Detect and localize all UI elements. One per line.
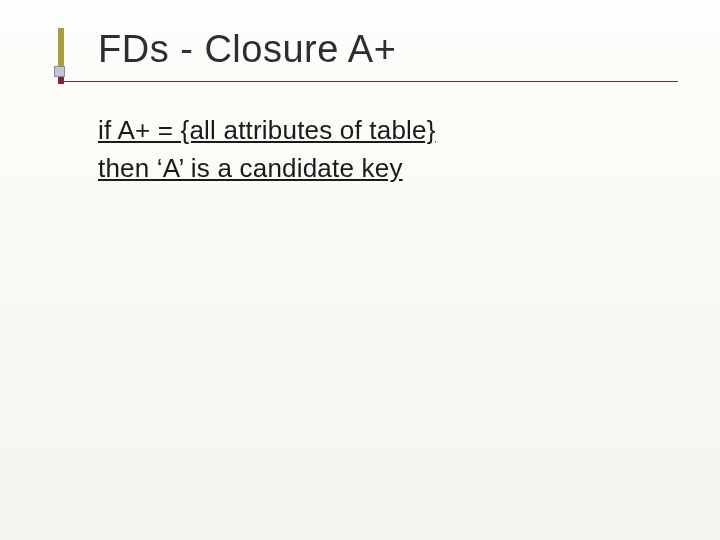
slide-body: if A+ = {all attributes of table} then ‘… — [98, 112, 720, 187]
body-line-2: then ‘A’ is a candidate key — [98, 150, 720, 188]
slide: FDs - Closure A+ if A+ = {all attributes… — [0, 0, 720, 540]
body-line-1: if A+ = {all attributes of table} — [98, 112, 720, 150]
title-block: FDs - Closure A+ — [58, 28, 720, 82]
slide-title: FDs - Closure A+ — [58, 28, 678, 82]
accent-decoration-icon — [58, 28, 70, 84]
